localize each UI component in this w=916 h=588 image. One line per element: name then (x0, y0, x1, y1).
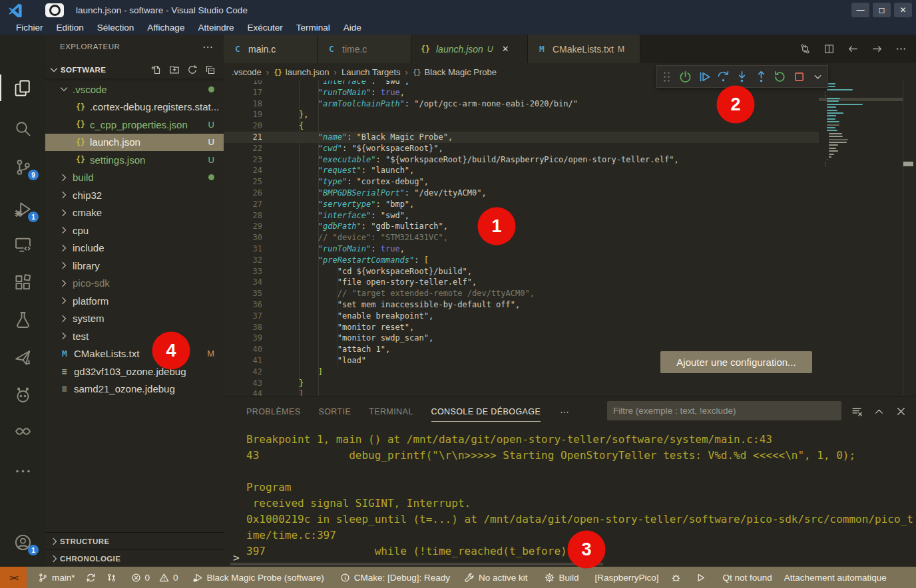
new-folder-button[interactable] (169, 65, 180, 75)
code-line-32[interactable]: 32 "preRestartCommands": [ (224, 255, 819, 266)
tree-item-platform[interactable]: platform (45, 292, 224, 310)
debug-power-button[interactable] (676, 66, 694, 87)
compare-changes-button[interactable] (800, 43, 811, 55)
outline-section[interactable]: STRUCTURE (45, 532, 224, 550)
code-line-24[interactable]: 24 "request": "launch", (224, 165, 819, 176)
status-cmake-debug[interactable] (666, 567, 686, 588)
status-cmake-run[interactable] (691, 567, 710, 588)
add-configuration-button[interactable]: Ajouter une configuration... (660, 351, 812, 373)
activity-robot[interactable] (0, 377, 45, 412)
collapse-all-button[interactable] (205, 65, 216, 75)
debug-step-over-button[interactable] (714, 66, 732, 87)
debug-stop-button[interactable] (790, 66, 808, 87)
tree-item-cortex-debug-registers-stat[interactable]: {}.cortex-debug.registers.stat... (45, 98, 224, 116)
status-auto-attach[interactable]: Attachement automatique (780, 567, 891, 588)
menu-fichier[interactable]: Fichier (9, 20, 50, 35)
minimize-button[interactable]: — (851, 3, 869, 17)
code-line-38[interactable]: 38 "monitor reset", (224, 322, 819, 333)
editor-scrollbar-thumb[interactable] (903, 162, 913, 166)
refresh-button[interactable] (187, 65, 198, 75)
tree-item-cmakelists-txt[interactable]: MCMakeLists.txtM (45, 345, 224, 363)
code-line-27[interactable]: 27 "servertype": "bmp", (224, 199, 819, 210)
panel-hscrollbar-thumb[interactable] (230, 563, 603, 565)
code-line-26[interactable]: 26 "BMPGDBSerialPort": "/dev/ttyACM0", (224, 188, 819, 199)
tab-time-c[interactable]: Ctime.c (318, 35, 411, 63)
status-git-compare[interactable] (102, 567, 121, 588)
status-errors[interactable]: 0 (126, 567, 155, 588)
code-line-30[interactable]: 30 // "device": "STM32L431VC", (224, 232, 819, 243)
activity-more-views[interactable] (0, 454, 45, 488)
tree-item-test[interactable]: test (45, 327, 224, 345)
debug-grip-button[interactable] (657, 66, 676, 87)
tab-cmakelists-txt[interactable]: MCMakeLists.txtM (528, 35, 640, 63)
code-editor[interactable]: 16 "interface": "swd",17 "runToMain": tr… (224, 80, 819, 396)
tree-item-settings-json[interactable]: {}settings.jsonU (45, 151, 224, 169)
status-cmake-build[interactable]: Build (540, 567, 583, 588)
menu-terminal[interactable]: Terminal (290, 20, 337, 35)
tree-item-include[interactable]: include (45, 239, 224, 257)
code-line-35[interactable]: 35 // "target extended-remote /dev/ttyAC… (224, 288, 819, 299)
code-line-31[interactable]: 31 "runToMain": true, (224, 243, 819, 255)
code-line-43[interactable]: 43 } (224, 378, 819, 389)
code-line-36[interactable]: 36 "set mem inaccessible-by-default off"… (224, 299, 819, 311)
nav-back-button[interactable] (847, 43, 859, 55)
tree-item-cmake[interactable]: cmake (45, 204, 224, 222)
minimap[interactable] (819, 80, 903, 396)
clear-console-button[interactable] (851, 406, 863, 417)
activity-infinity[interactable] (0, 414, 45, 448)
console-filter-input[interactable] (607, 401, 841, 420)
panel-tab-probl-mes[interactable]: PROBLÈMES (246, 396, 300, 426)
status-cmake-kit[interactable]: No active kit (460, 567, 533, 588)
tree-item-gd32vf103-ozone-jdebug[interactable]: ≡gd32vf103_ozone.jdebug (45, 363, 224, 380)
breadcrumb-item[interactable]: launch.json (286, 67, 330, 77)
activity-remote-explorer[interactable] (0, 227, 45, 261)
tree-item-launch-json[interactable]: {}launch.jsonU (45, 134, 224, 152)
code-line-34[interactable]: 34 "file open-story-teller.elf", (224, 277, 819, 288)
debug-step-into-button[interactable] (733, 66, 752, 87)
tree-item-cpu[interactable]: cpu (45, 221, 224, 239)
activity-run-and-debug[interactable]: 1 (0, 192, 45, 226)
debug-continue-button[interactable] (695, 66, 714, 87)
activity-accounts[interactable]: 1 (0, 525, 45, 559)
code-line-28[interactable]: 28 "interface": "swd", (224, 210, 819, 221)
status-cmake-target[interactable]: [RaspberryPico] (590, 567, 664, 588)
code-line-25[interactable]: 25 "type": "cortex-debug", (224, 176, 819, 188)
new-file-button[interactable] (151, 65, 162, 75)
close-button[interactable]: ✕ (894, 3, 912, 17)
code-line-22[interactable]: 22 "cwd": "${workspaceRoot}", (224, 143, 819, 154)
tree-item-chip32[interactable]: chip32 (45, 186, 224, 204)
activity-search[interactable] (0, 111, 45, 146)
menu-ex-cuter[interactable]: Exécuter (240, 20, 289, 35)
status-warnings[interactable]: 0 (154, 567, 183, 588)
panel-tab-terminal[interactable]: TERMINAL (369, 396, 413, 426)
status-qt-status[interactable]: Qt not found (718, 567, 777, 588)
status-git-branch[interactable]: main* (33, 567, 80, 588)
panel-tab-sortie[interactable]: SORTIE (318, 396, 351, 426)
tree-item-library[interactable]: library (45, 257, 224, 275)
status-sync[interactable] (81, 567, 101, 588)
tab-launch-json[interactable]: {}launch.jsonU✕ (411, 35, 528, 63)
code-line-23[interactable]: 23 "executable": "${workspaceRoot}/build… (224, 154, 819, 166)
breadcrumb-item[interactable]: .vscode (232, 67, 262, 77)
tree-item-vscode[interactable]: .vscode (45, 80, 224, 98)
activity-explorer[interactable] (0, 71, 45, 105)
more-actions-button[interactable] (895, 43, 907, 55)
breadcrumb-item[interactable]: Black Magic Probe (425, 67, 497, 77)
close-tab-icon[interactable]: ✕ (502, 44, 509, 54)
menu-aide[interactable]: Aide (337, 20, 368, 35)
remote-indicator[interactable]: >< (0, 567, 27, 588)
code-line-29[interactable]: 29 "gdbPath": "gdb-multiarch", (224, 221, 819, 232)
activity-testing[interactable] (0, 302, 45, 337)
debug-chevron-down-button[interactable] (809, 66, 827, 87)
workspace-section-header[interactable]: SOFTWARE (45, 61, 224, 78)
code-line-21[interactable]: 21 "name": "Black Magic Probe", (224, 132, 819, 143)
maximize-button[interactable]: ◻ (873, 3, 891, 17)
activity-extensions[interactable] (0, 265, 45, 299)
code-line-39[interactable]: 39 "monitor swdp_scan", (224, 333, 819, 344)
split-editor-button[interactable] (823, 43, 835, 55)
editor-scrollbar[interactable] (903, 80, 916, 396)
code-line-37[interactable]: 37 "enable breakpoint", (224, 311, 819, 322)
tree-item-pico-sdk[interactable]: pico-sdk (45, 275, 224, 293)
menu-atteindre[interactable]: Atteindre (191, 20, 240, 35)
collapse-panel-button[interactable] (873, 406, 885, 417)
